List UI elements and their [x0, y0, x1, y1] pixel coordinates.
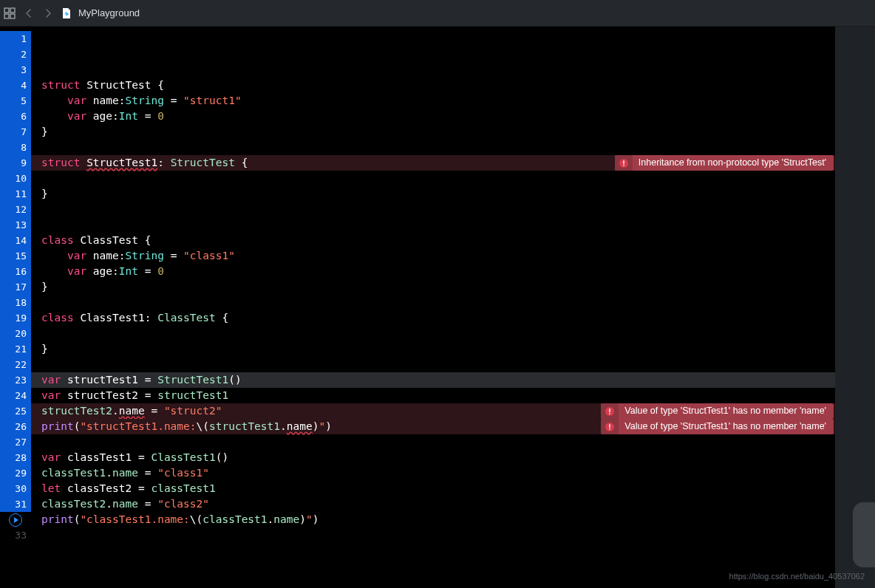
watermark-text: https://blog.csdn.net/baidu_40537062 [729, 572, 865, 581]
line-number: 27 [0, 434, 31, 450]
code-line[interactable]: 21} [0, 341, 835, 357]
line-number: 7 [0, 124, 31, 140]
svg-rect-8 [610, 408, 610, 412]
code-line[interactable]: 22 [0, 357, 835, 372]
code-line[interactable]: 18 [0, 295, 835, 310]
line-number: 14 [0, 233, 31, 248]
line-number: 11 [0, 186, 31, 202]
svg-rect-0 [4, 8, 9, 13]
svg-rect-5 [623, 160, 624, 164]
code-line[interactable]: 15 var name:String = "class1" [0, 248, 835, 264]
code-line[interactable]: 7} [0, 124, 835, 140]
code-line[interactable]: 12 [0, 202, 835, 217]
code-editor[interactable]: 1 2 3 4struct StructTest { 5 var name:St… [0, 27, 835, 588]
side-tab-handle[interactable] [853, 502, 875, 567]
code-line[interactable]: 30let classTest2 = classTest1 [0, 481, 835, 496]
svg-rect-6 [623, 165, 624, 166]
code-line[interactable]: 19class ClassTest1: ClassTest { [0, 310, 835, 326]
line-number: 3 [0, 62, 31, 78]
nav-forward-icon[interactable] [41, 7, 55, 20]
error-badge[interactable]: Inheritance from non-protocol type 'Stru… [615, 155, 834, 171]
code-line[interactable]: 14class ClassTest { [0, 233, 835, 248]
line-number: 1 [0, 31, 31, 47]
line-number: 21 [0, 341, 31, 357]
svg-rect-2 [4, 14, 9, 18]
file-title[interactable]: MyPlayground [78, 7, 140, 18]
panels-grid-icon[interactable] [3, 7, 16, 20]
line-number: 16 [0, 264, 31, 279]
code-line[interactable]: 26print("structTest1.name:\(structTest1.… [0, 419, 835, 434]
error-text: Inheritance from non-protocol type 'Stru… [633, 155, 834, 171]
editor-toolbar: MyPlayground [0, 0, 875, 27]
line-number: 19 [0, 310, 31, 326]
error-text: Value of type 'StructTest1' has no membe… [619, 403, 834, 419]
code-line[interactable]: 4struct StructTest { [0, 78, 835, 93]
nav-back-icon[interactable] [22, 7, 35, 20]
svg-rect-3 [10, 14, 15, 18]
code-line[interactable]: print("classTest1.name:\(classTest1.name… [0, 512, 835, 527]
line-number: 26 [0, 419, 31, 434]
code-line[interactable]: 16 var age:Int = 0 [0, 264, 835, 279]
code-line[interactable]: 17} [0, 279, 835, 295]
line-number: 20 [0, 326, 31, 341]
code-line[interactable]: 13 [0, 217, 835, 233]
code-line[interactable]: 20 [0, 326, 835, 341]
line-number: 5 [0, 93, 31, 109]
line-number: 25 [0, 403, 31, 419]
line-number: 29 [0, 465, 31, 481]
run-line-button[interactable] [0, 512, 31, 527]
line-number: 12 [0, 202, 31, 217]
code-line[interactable]: 31classTest2.name = "class2" [0, 496, 835, 512]
line-number: 23 [0, 372, 31, 388]
code-line[interactable]: 2 [0, 47, 835, 62]
code-line[interactable]: 8 [0, 140, 835, 155]
svg-rect-11 [610, 424, 610, 428]
line-number: 15 [0, 248, 31, 264]
line-number: 17 [0, 279, 31, 295]
line-number: 28 [0, 450, 31, 465]
error-icon [601, 419, 619, 434]
line-number: 33 [0, 527, 31, 543]
code-line[interactable]: 5 var name:String = "struct1" [0, 93, 835, 109]
line-number: 18 [0, 295, 31, 310]
error-icon [615, 155, 633, 171]
code-line[interactable]: 1 [0, 31, 835, 47]
line-number: 6 [0, 109, 31, 124]
line-number: 31 [0, 496, 31, 512]
svg-rect-9 [610, 413, 610, 414]
code-line[interactable]: 11} [0, 186, 835, 202]
code-line[interactable]: 29classTest1.name = "class1" [0, 465, 835, 481]
error-text: Value of type 'StructTest1' has no membe… [619, 419, 834, 434]
line-number: 4 [0, 78, 31, 93]
line-number: 22 [0, 357, 31, 372]
code-line[interactable]: 25structTest2.name = "struct2" Value of … [0, 403, 835, 419]
line-number: 30 [0, 481, 31, 496]
svg-rect-1 [10, 8, 15, 13]
error-badge[interactable]: Value of type 'StructTest1' has no membe… [601, 403, 834, 419]
line-number: 10 [0, 171, 31, 186]
line-number: 13 [0, 217, 31, 233]
code-line[interactable]: 9struct StructTest1: StructTest { Inheri… [0, 155, 835, 171]
line-number: 9 [0, 155, 31, 171]
svg-rect-12 [610, 428, 610, 430]
line-number: 8 [0, 140, 31, 155]
code-line[interactable]: 3 [0, 62, 835, 78]
code-line[interactable]: 6 var age:Int = 0 [0, 109, 835, 124]
line-number: 2 [0, 47, 31, 62]
playground-file-icon [61, 7, 72, 19]
code-line[interactable]: 10 [0, 171, 835, 186]
error-badge[interactable]: Value of type 'StructTest1' has no membe… [601, 419, 834, 434]
code-line[interactable]: 33 [0, 527, 835, 543]
code-line[interactable]: 23var structTest1 = StructTest1() [0, 372, 835, 388]
code-line[interactable]: 24var structTest2 = structTest1 [0, 388, 835, 403]
line-number: 24 [0, 388, 31, 403]
error-icon [601, 403, 619, 419]
code-line[interactable]: 28var classTest1 = ClassTest1() [0, 450, 835, 465]
code-line[interactable]: 27 [0, 434, 835, 450]
